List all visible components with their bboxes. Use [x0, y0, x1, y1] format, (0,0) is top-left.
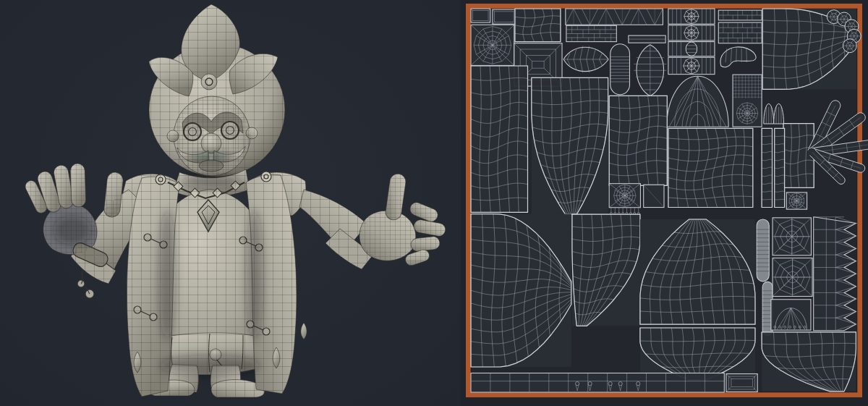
uv-island-hem-grid	[640, 328, 755, 380]
character-render	[0, 0, 461, 406]
uv-island-web-tiny	[786, 193, 807, 209]
uv-island-column-a	[762, 128, 772, 207]
uv-island-thin-strip	[629, 35, 665, 43]
uv-island-gem-square-a	[773, 218, 811, 255]
uv-island-plate-a	[471, 9, 490, 22]
uv-island-ladder-top	[610, 44, 630, 95]
uv-island-plain-box	[644, 185, 664, 207]
uv-island-gem-band-2	[668, 25, 715, 41]
model-viewport[interactable]	[0, 0, 461, 406]
uv-island-gem-band-3	[668, 42, 715, 56]
uv-island-frame-small	[726, 374, 757, 392]
uv-island-column-b	[775, 128, 785, 207]
uv-island-trim-capsule-a	[757, 219, 769, 282]
uv-island-warp-grid	[515, 9, 561, 42]
uv-canvas[interactable]	[461, 0, 868, 406]
uv-island-arch-box	[771, 300, 811, 330]
uv-island-hem-strip	[471, 373, 724, 393]
application-window	[0, 0, 868, 406]
uv-island-sleeve-grid	[471, 66, 528, 212]
uv-island-mid-grid	[609, 96, 667, 185]
uv-island-ruffle-band	[814, 217, 856, 331]
uv-island-gem-band-1	[668, 9, 715, 24]
uv-island-pants-grid-b	[572, 214, 640, 326]
uv-island-stripes-r1	[718, 10, 762, 20]
uv-island-tri-strip	[566, 9, 663, 25]
uv-island-pants-grid-a	[471, 214, 571, 367]
uv-island-belly-grid	[640, 219, 755, 324]
uv-editor[interactable]	[461, 0, 868, 406]
uv-island-center-grid	[668, 128, 753, 207]
uv-island-gem-band-4	[668, 57, 715, 74]
uv-island-hatch-block	[733, 75, 762, 127]
uv-island-web-big	[471, 25, 514, 65]
uv-island-barcode	[566, 25, 616, 41]
uv-island-stripes-r2	[718, 22, 762, 43]
uv-island-vest-grid	[532, 77, 608, 214]
uv-island-plate-b	[493, 9, 516, 24]
uv-island-corner-grid	[762, 332, 856, 392]
uv-island-glove-top	[762, 9, 861, 89]
uv-island-gem-square-b	[773, 258, 812, 297]
